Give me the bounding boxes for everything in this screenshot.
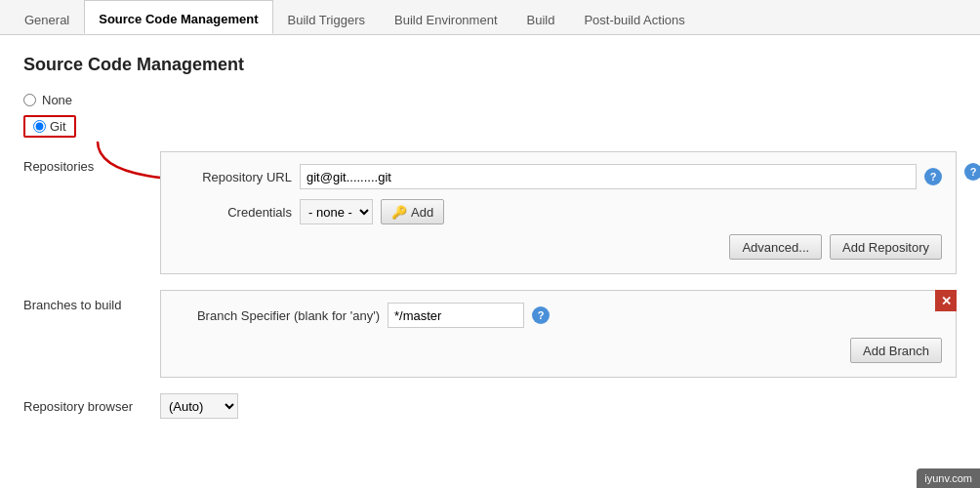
repo-url-label: Repository URL	[175, 170, 292, 184]
branches-label: Branches to build	[23, 290, 160, 378]
add-credentials-label: Add	[411, 205, 433, 220]
branch-specifier-label: Branch Specifier (blank for 'any')	[175, 308, 380, 323]
tab-build[interactable]: Build	[512, 4, 570, 34]
branch-specifier-help-icon[interactable]: ?	[532, 306, 550, 324]
repo-url-input[interactable]	[300, 164, 917, 189]
repo-url-help-icon[interactable]: ?	[924, 168, 942, 185]
git-label[interactable]: Git	[50, 119, 66, 134]
tab-post-build-actions[interactable]: Post-build Actions	[569, 4, 699, 34]
tab-general[interactable]: General	[10, 4, 84, 34]
delete-branch-button[interactable]: ✕	[935, 290, 957, 311]
key-icon: 🔑	[391, 205, 407, 220]
branch-specifier-input[interactable]	[388, 303, 524, 328]
credentials-label: Credentials	[175, 205, 292, 220]
repositories-label: Repositories	[23, 151, 160, 274]
advanced-button[interactable]: Advanced...	[729, 234, 822, 260]
branches-box: ✕ Branch Specifier (blank for 'any') ? A…	[160, 290, 957, 378]
repositories-box: Repository URL ? Credentials - none - 🔑 …	[160, 151, 957, 274]
git-radio[interactable]	[33, 120, 46, 133]
section-title: Source Code Management	[23, 55, 957, 75]
tabs-bar: General Source Code Management Build Tri…	[0, 0, 980, 35]
none-radio-group: None	[23, 93, 957, 107]
watermark: iyunv.com	[917, 468, 980, 488]
tab-build-environment[interactable]: Build Environment	[380, 4, 512, 34]
repo-browser-select[interactable]: (Auto)	[160, 393, 238, 419]
add-repository-button[interactable]: Add Repository	[830, 234, 942, 260]
repos-help-icon[interactable]: ?	[964, 163, 980, 181]
tab-build-triggers[interactable]: Build Triggers	[273, 4, 380, 34]
none-label[interactable]: None	[42, 93, 72, 107]
repo-browser-dropdown[interactable]: (Auto)	[160, 393, 238, 419]
git-radio-group: Git	[23, 115, 957, 138]
none-radio[interactable]	[23, 94, 36, 106]
add-branch-button[interactable]: Add Branch	[850, 338, 942, 363]
repo-browser-label: Repository browser	[23, 399, 160, 414]
add-credentials-button[interactable]: 🔑 Add	[381, 199, 444, 224]
credentials-select[interactable]: - none -	[300, 199, 373, 224]
tab-source-code-management[interactable]: Source Code Management	[84, 0, 272, 34]
